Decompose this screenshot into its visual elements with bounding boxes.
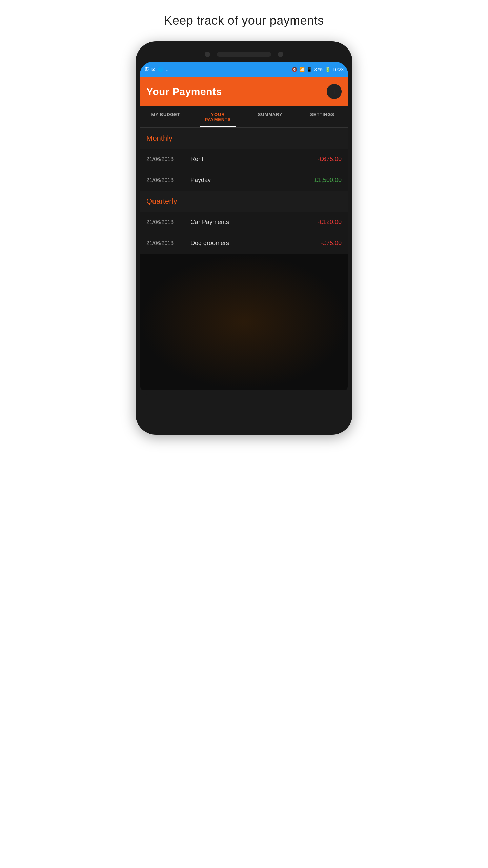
tab-my-budget[interactable]: MY BUDGET [140,106,192,127]
payment-row-payday[interactable]: 21/06/2018 Payday £1,500.00 [140,170,348,191]
payment-row-left: 21/06/2018 Rent [146,156,203,163]
add-payment-button[interactable]: + [327,84,342,99]
payment-row-left: 21/06/2018 Dog groomers [146,240,229,247]
payment-row-rent[interactable]: 21/06/2018 Rent -£675.00 [140,149,348,170]
status-wifi-icon: 📶 [299,67,305,72]
content-area: Monthly 21/06/2018 Rent -£675.00 21/06/2… [140,128,348,390]
background-decoration [140,254,348,390]
status-icon-image: 🖼 [144,67,149,72]
payment-date: 21/06/2018 [146,240,184,246]
monthly-section-header: Monthly [140,128,348,149]
tab-your-payments[interactable]: YOURPAYMENTS [192,106,244,127]
speaker-bar [217,52,271,57]
quarterly-label: Quarterly [146,197,177,205]
payment-name: Car Payments [190,219,229,226]
page-headline: Keep track of your payments [164,14,324,28]
payment-name: Dog groomers [190,240,229,247]
status-signal-icon: 📱 [307,67,312,72]
status-icon-globe: 🌐 [158,67,163,72]
payment-row-dog[interactable]: 21/06/2018 Dog groomers -£75.00 [140,233,348,254]
phone-top-notch [140,52,348,57]
phone-bottom-bar [140,390,348,396]
tab-settings[interactable]: SETTINGS [296,106,348,127]
payment-date: 21/06/2018 [146,156,184,162]
payment-amount: £1,500.00 [314,177,342,184]
sensor-dot [278,52,283,57]
status-battery-icon: 🔋 [325,67,330,72]
app-title: Your Payments [146,86,222,97]
status-time: 19:28 [332,67,344,72]
quarterly-section-header: Quarterly [140,191,348,212]
payment-row-car[interactable]: 21/06/2018 Car Payments -£120.00 [140,212,348,233]
tab-bar: MY BUDGET YOURPAYMENTS SUMMARY SETTINGS [140,106,348,128]
payment-name: Payday [190,177,211,184]
payment-amount: -£75.00 [321,240,342,247]
phone-frame: 🖼 ✉ 🌐 ... 🔇 📶 📱 37% 🔋 19:28 Your Payment… [136,41,352,435]
status-right-info: 🔇 📶 📱 37% 🔋 19:28 [292,67,344,72]
status-icon-mail: ✉ [151,67,155,72]
status-mute-icon: 🔇 [292,67,297,72]
payment-row-left: 21/06/2018 Payday [146,177,211,184]
phone-screen: 🖼 ✉ 🌐 ... 🔇 📶 📱 37% 🔋 19:28 Your Payment… [140,62,348,396]
status-battery-text: 37% [314,67,323,72]
status-left-icons: 🖼 ✉ 🌐 ... [144,67,170,72]
payment-date: 21/06/2018 [146,177,184,183]
status-bar: 🖼 ✉ 🌐 ... 🔇 📶 📱 37% 🔋 19:28 [140,62,348,77]
payment-amount: -£675.00 [318,156,342,163]
payment-amount: -£120.00 [318,219,342,226]
app-header: Your Payments + [140,77,348,106]
camera-dot [205,52,210,57]
monthly-label: Monthly [146,134,172,142]
status-icon-more: ... [166,67,170,72]
add-icon: + [331,87,337,96]
payment-row-left: 21/06/2018 Car Payments [146,219,229,226]
tab-summary[interactable]: SUMMARY [244,106,296,127]
payment-name: Rent [190,156,203,163]
payment-date: 21/06/2018 [146,219,184,225]
